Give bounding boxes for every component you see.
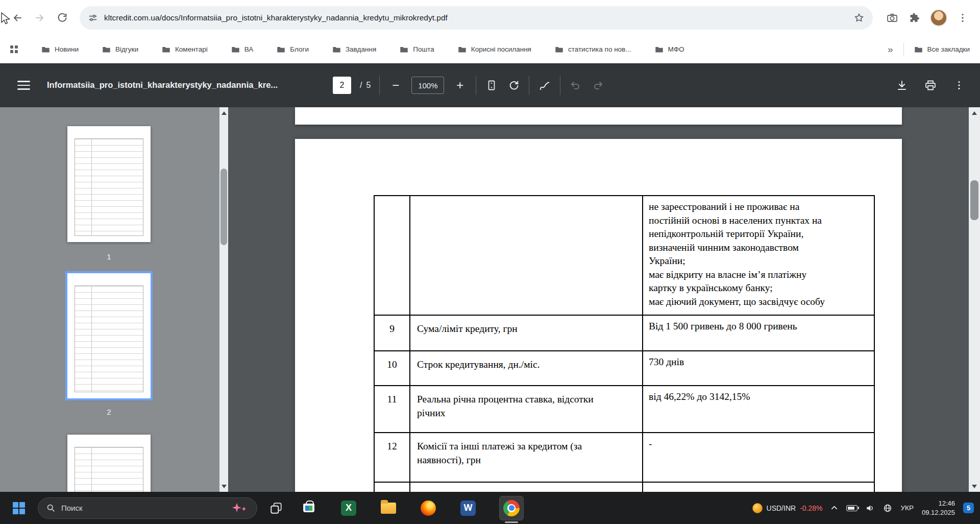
document-scrollbar[interactable] [969, 107, 980, 492]
page-2-thumbnail[interactable] [67, 273, 151, 398]
all-bookmarks-button[interactable]: Все закладки [914, 45, 970, 53]
clock-widget[interactable]: 12:46 09.12.2025 [922, 499, 955, 517]
table-cell-number: 10 [375, 351, 410, 386]
zoom-out-button[interactable]: − [388, 78, 403, 92]
table-cell-number [375, 483, 410, 492]
scroll-up-arrow[interactable] [969, 107, 980, 118]
url-bar[interactable]: kltcredit.com.ua/docs/Informatsiia_pro_i… [80, 6, 873, 30]
bookmark-star-icon[interactable] [853, 12, 865, 23]
app-word-icon: W [460, 501, 476, 516]
taskbar-app-firefox[interactable] [420, 499, 437, 517]
undo-button[interactable] [569, 79, 582, 92]
bookmark-folder-poshta[interactable]: Пошта [400, 45, 434, 53]
zoom-in-button[interactable]: + [453, 78, 467, 92]
folder-icon [332, 46, 341, 53]
site-info-icon[interactable] [88, 13, 98, 23]
battery-icon[interactable] [846, 505, 857, 511]
bookmarks-divider [903, 43, 904, 56]
bookmark-label: Відгуки [115, 45, 138, 53]
print-button[interactable] [924, 79, 937, 92]
reload-button[interactable] [51, 7, 74, 29]
pdf-page-view: не зареєстрований і не проживає на пості… [228, 107, 969, 492]
task-view-button[interactable] [267, 499, 285, 517]
bookmarks-overflow-chevron[interactable]: » [888, 44, 893, 55]
folder-icon [400, 46, 408, 53]
table-cell-value [643, 483, 875, 492]
volume-icon[interactable] [866, 504, 875, 513]
sidebar-scrollbar[interactable] [219, 107, 228, 492]
scroll-down-arrow[interactable] [969, 481, 980, 492]
folder-icon [458, 46, 467, 53]
taskbar-search-box[interactable]: Поиск [38, 497, 257, 519]
pdf-more-options-button[interactable] [952, 79, 966, 92]
taskbar-app-store[interactable] [300, 499, 317, 517]
toolbar-divider [529, 76, 529, 95]
bookmark-folder-vidhuky[interactable]: Відгуки [102, 45, 138, 53]
folder-icon [162, 46, 170, 53]
redo-button[interactable] [591, 79, 604, 92]
bookmark-folder-komentari[interactable]: Коментарі [162, 45, 208, 53]
forward-arrow-icon [34, 12, 46, 24]
scroll-down-arrow[interactable] [219, 481, 228, 492]
copilot-sparkle-icon[interactable] [231, 502, 249, 514]
hidden-icons-chevron[interactable] [830, 504, 838, 512]
pdf-menu-button[interactable] [17, 79, 30, 91]
bookmark-folder-va[interactable]: ВА [231, 45, 254, 53]
annotate-button[interactable] [538, 79, 551, 92]
table-row-9: 9 Сума/ліміт кредиту, грн Від 1 500 грив… [375, 316, 875, 351]
taskbar-app-excel[interactable]: X [340, 499, 357, 517]
bookmark-folder-statystyka[interactable]: статистика по нов... [555, 45, 631, 53]
extensions-button[interactable] [903, 7, 926, 29]
taskbar-app-word[interactable]: W [459, 499, 477, 517]
taskbar-app-file-explorer[interactable] [380, 499, 397, 517]
table-cell-value: від 46,22% до 3142,15% [643, 386, 875, 433]
table-row-continuation: не зареєстрований і не проживає на пості… [375, 196, 875, 316]
download-icon [896, 79, 908, 91]
bookmark-folder-korysni-posylannia[interactable]: Корисні посилання [458, 45, 531, 53]
forward-button[interactable] [29, 7, 51, 29]
apps-grid-icon[interactable] [10, 45, 18, 53]
page-3-thumbnail[interactable] [67, 435, 151, 492]
fit-page-icon [485, 79, 498, 91]
notification-badge[interactable]: 5 [963, 503, 974, 513]
page-number-input[interactable]: 2 [333, 77, 351, 94]
start-button[interactable] [10, 499, 28, 517]
ticker-pair: USD/INR [767, 504, 796, 512]
table-cell-number: 12 [375, 433, 410, 483]
bookmark-label: Пошта [413, 45, 434, 53]
tray-date: 09.12.2025 [922, 508, 955, 517]
download-button[interactable] [895, 79, 909, 92]
fit-to-page-button[interactable] [485, 79, 498, 92]
search-icon [46, 504, 55, 512]
table-row-partial [375, 483, 875, 492]
taskbar-app-chrome-active[interactable] [499, 496, 524, 520]
camera-button[interactable] [881, 7, 903, 29]
sidebar-scrollbar-thumb[interactable] [220, 169, 227, 245]
table-cell-label: Комісії та інші платежі за кредитом (за … [410, 433, 643, 483]
bookmark-folder-zavdannia[interactable]: Завдання [332, 45, 376, 53]
scroll-up-arrow[interactable] [219, 107, 228, 118]
bookmark-label: МФО [668, 45, 684, 53]
thumbnail-sidebar: 1 2 [0, 107, 228, 492]
bookmark-folder-novyny[interactable]: Новини [41, 45, 79, 53]
bookmark-label: Новини [55, 45, 79, 53]
folder-icon [555, 46, 564, 53]
page-2-canvas: не зареєстрований і не проживає на пості… [295, 139, 902, 492]
page-total: 5 [366, 81, 371, 90]
print-icon [924, 79, 937, 91]
undo-icon [570, 79, 582, 91]
thumbnail-content-sketch [75, 138, 143, 236]
zoom-level-input[interactable]: 100% [411, 77, 444, 94]
language-indicator[interactable]: УКР [900, 504, 913, 512]
rotate-button[interactable] [507, 79, 520, 92]
market-ticker-widget[interactable]: USD/INR -0.28% [752, 503, 823, 513]
pdf-toolbar: Informatsiia_pro_istotni_kharakterystyky… [0, 63, 980, 107]
bookmark-folder-mfo[interactable]: МФО [655, 45, 684, 53]
browser-menu-button[interactable] [951, 7, 974, 29]
bookmark-folder-blohy[interactable]: Блоги [277, 45, 309, 53]
mouse-cursor-icon [0, 12, 11, 26]
page-1-thumbnail[interactable] [67, 126, 151, 242]
profile-avatar[interactable] [930, 9, 947, 27]
network-globe-icon[interactable] [883, 504, 892, 513]
document-scrollbar-thumb[interactable] [970, 180, 978, 220]
